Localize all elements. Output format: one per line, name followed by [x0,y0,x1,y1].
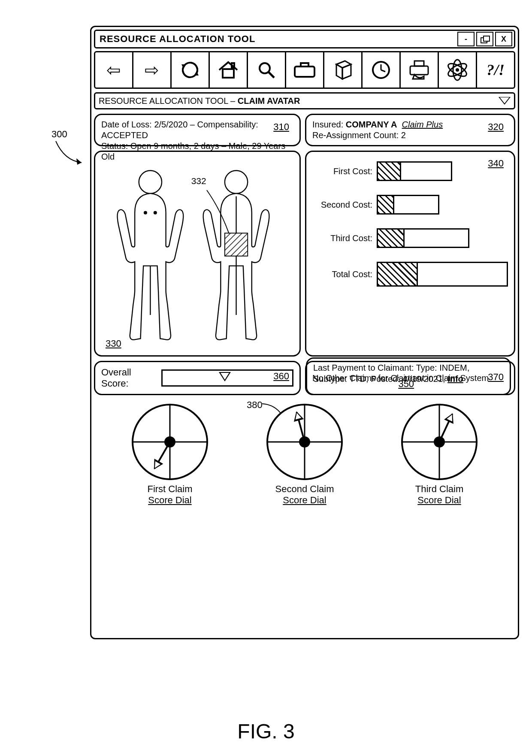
svg-point-27 [225,171,248,194]
bar-label-4: Total Cost: [312,269,372,279]
bar-3 [377,228,469,248]
book-button[interactable] [324,52,363,88]
svg-marker-11 [342,64,351,79]
printer-icon [408,59,431,81]
content-grid: 310 Date of Loss: 2/5/2020 – Compensabil… [94,114,515,395]
dial-3-wrap: Third Claim Score Dial [401,404,478,506]
window-minimize-button[interactable]: - [457,32,475,46]
dol-label: Date of Loss: [101,120,154,129]
window-restore-button[interactable] [476,32,493,46]
ref-360: 360 [273,371,289,382]
tool-subheader: RESOURCE ALLOCATION TOOL – CLAIM AVATAR [94,92,515,109]
ref-340: 340 [488,158,504,169]
help-icon: ?/! [487,61,505,79]
info-link[interactable]: Info [447,374,463,384]
claim-plus-link[interactable]: Claim Plus [402,120,443,129]
svg-marker-0 [76,158,82,165]
second-claim-score-dial[interactable] [266,404,343,480]
overall-score-label: Overall Score: [101,367,156,389]
svg-point-5 [260,63,270,73]
overall-score-panel: Overall Score: 360 [94,361,301,395]
help-button[interactable]: ?/! [477,52,514,88]
comp-value: ACCEPTED [101,130,148,140]
home-button[interactable] [210,52,248,88]
bar-4 [377,262,508,287]
clock-icon [371,60,391,80]
dial-hub-icon [164,436,175,448]
bar-1 [377,161,452,181]
ref-310: 310 [273,121,289,133]
back-button[interactable]: ⇦ [95,52,133,88]
window-title: RESOURCE ALLOCATION TOOL [97,33,456,45]
dial-1-label-line2: Score Dial [148,495,191,505]
insured-panel: 320 Insured: COMPANY A Claim Plus Re-Ass… [305,114,515,146]
claim-header-panel: 310 Date of Loss: 2/5/2020 – Compensabil… [94,114,301,146]
dial-3-label-line1: Third Claim [415,484,463,494]
svg-rect-8 [301,63,308,67]
last-payment-panel: Last Payment to Claimant: Type: INDEM, S… [306,357,511,395]
body-svg: 332 [101,156,293,351]
first-claim-score-dial[interactable] [132,404,208,480]
window-close-button[interactable]: X [495,32,512,46]
search-button[interactable] [248,52,286,88]
app-window: RESOURCE ALLOCATION TOOL - X ⇦ ⇨ [90,26,519,639]
bar-label-3: Third Cost: [312,233,372,243]
bar-label-1: First Cost: [312,166,372,176]
ref-350: 350 [398,378,414,390]
p320-line1: Insured: COMPANY A Claim Plus [312,119,508,130]
main-toolbar: ⇦ ⇨ [94,51,515,89]
clock-button[interactable] [363,52,401,88]
third-claim-score-dial[interactable] [401,404,478,480]
cost-panel: 340 First Cost: Second Cost: Third Cost:… [305,151,515,357]
dol-value: 2/5/2020 [154,120,187,129]
window-titlebar: RESOURCE ALLOCATION TOOL - X [94,30,515,48]
insured-company: COMPANY A [346,120,397,129]
svg-line-6 [269,72,274,78]
dial-2-label-line2: Score Dial [283,495,326,505]
svg-line-14 [381,70,385,72]
svg-marker-10 [336,64,342,79]
minimize-icon: - [465,35,467,44]
body-avatar-panel: 330 [94,151,301,357]
dial-hub-icon [434,436,445,448]
svg-point-23 [139,171,162,194]
home-icon [218,60,239,79]
refresh-button[interactable] [172,52,210,88]
dial-1-wrap: First Claim Score Dial [132,404,208,506]
book-icon [332,59,354,81]
dial-3-label-line2: Score Dial [417,495,461,505]
ref-320: 320 [488,121,504,133]
cost-bar-chart: First Cost: Second Cost: Third Cost: Tot… [312,156,508,287]
figure-label: FIG. 3 [237,720,294,743]
last-payment-text: Last Payment to Claimant: Type: INDEM, S… [313,363,469,384]
ref-330: 330 [106,338,121,349]
forward-icon: ⇨ [145,60,159,80]
dial-2-label-line1: Second Claim [275,484,334,494]
forward-button[interactable]: ⇨ [133,52,172,88]
p320-line2: Re-Assignment Count: 2 [312,130,508,141]
svg-point-25 [144,212,147,214]
atom-button[interactable] [439,52,477,88]
bar-row-2: Second Cost: [312,195,508,215]
back-icon: ⇦ [106,60,121,80]
close-icon: X [501,35,506,44]
bar-label-2: Second Cost: [312,200,372,210]
dial-2-label: Second Claim Score Dial [275,484,334,506]
insured-label: Insured: [312,120,346,129]
briefcase-icon [293,61,316,79]
dial-hub-icon [299,436,310,448]
injury-marker[interactable] [225,233,248,256]
ref-300-text: 300 [51,129,90,140]
subheader-prefix: RESOURCE ALLOCATION TOOL – [99,96,238,106]
svg-point-20 [456,68,459,72]
score-pointer-icon [219,372,231,381]
figure-reference-300: 300 [51,129,90,172]
bar-2 [377,195,439,215]
subheader-dropdown-icon[interactable] [499,97,511,105]
briefcase-button[interactable] [286,52,324,88]
printer-button[interactable] [401,52,439,88]
svg-rect-15 [410,66,428,75]
restore-icon [481,36,489,42]
subheader-text: RESOURCE ALLOCATION TOOL – CLAIM AVATAR [99,96,496,106]
dials-row: First Claim Score Dial 380 Second Claim … [94,404,515,506]
